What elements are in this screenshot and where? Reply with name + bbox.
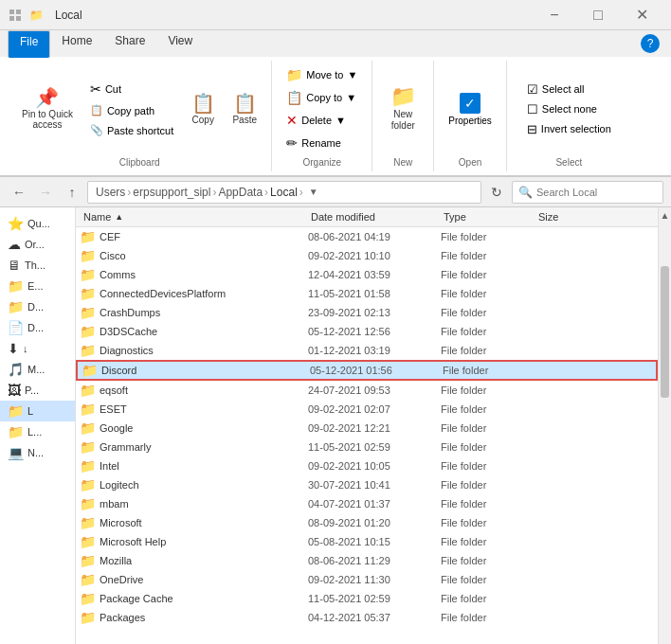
table-row[interactable]: 📁 Discord 05-12-2021 01:56 File folder (76, 360, 658, 381)
minimize-button[interactable]: − (533, 0, 576, 30)
sidebar-item-quick[interactable]: ⭐ Qu... (0, 213, 75, 234)
folder-icon: 📁 (80, 591, 96, 606)
file-type: File folder (441, 385, 535, 396)
table-row[interactable]: 📁 Grammarly 11-05-2021 02:59 File folder (76, 438, 658, 456)
file-date: 11-05-2021 02:59 (308, 593, 441, 604)
sidebar-item-onedrive[interactable]: ☁ Or... (0, 234, 75, 255)
help-button[interactable]: ? (641, 34, 660, 53)
copy-button[interactable]: 📋 Copy (184, 89, 222, 130)
folder-icon: 📁 (80, 248, 96, 263)
tab-file[interactable]: File (8, 30, 50, 58)
address-path[interactable]: Users › erpsupport_sipl › AppData › Loca… (87, 181, 481, 204)
table-row[interactable]: 📁 Mozilla 08-06-2021 11:29 File folder (76, 551, 658, 570)
table-row[interactable]: 📁 Cisco 09-02-2021 10:10 File folder (76, 246, 658, 265)
rename-button[interactable]: ✏ Rename (280, 133, 348, 153)
ribbon-content: 📌 Pin to Quick access ✂ Cut 📋 Copy path … (0, 57, 671, 176)
table-row[interactable]: 📁 mbam 04-07-2021 01:37 File folder (76, 494, 658, 513)
sidebar-item-d2[interactable]: 📄 D... (0, 317, 75, 338)
col-header-date[interactable]: Date modified (303, 209, 436, 224)
ribbon-tabs: File Home Share View ? (0, 30, 671, 57)
scroll-thumb[interactable] (661, 266, 669, 398)
refresh-button[interactable]: ↻ (485, 181, 508, 204)
sidebar-item-e[interactable]: 📁 E... (0, 276, 75, 296)
back-button[interactable]: ← (8, 181, 30, 204)
col-header-name[interactable]: Name ▲ (76, 209, 303, 224)
table-row[interactable]: 📁 ConnectedDevicesPlatform 11-05-2021 01… (76, 284, 658, 303)
table-row[interactable]: 📁 D3DSCache 05-12-2021 12:56 File folder (76, 322, 658, 341)
invert-selection-button[interactable]: ⊟ Invert selection (522, 120, 616, 138)
pin-icon: 📌 (35, 88, 59, 107)
scroll-track[interactable] (659, 223, 671, 644)
table-row[interactable]: 📁 eqsoft 24-07-2021 09:53 File folder (76, 381, 658, 400)
folder-icon: 📁 (80, 477, 96, 492)
new-folder-icon: 📁 (390, 86, 416, 107)
folder-icon: 📁 (80, 496, 96, 511)
tab-view[interactable]: View (156, 30, 204, 57)
folder-icon: 📁 (80, 553, 96, 568)
copy-path-button[interactable]: 📋 Copy path (83, 101, 180, 119)
scroll-up-button[interactable]: ▲ (659, 207, 671, 223)
table-row[interactable]: 📁 Google 09-02-2021 12:21 File folder (76, 419, 658, 438)
search-input[interactable] (536, 187, 657, 198)
file-date: 24-07-2021 09:53 (308, 385, 441, 396)
file-type: File folder (441, 555, 535, 566)
new-folder-button[interactable]: 📁 New folder (380, 81, 426, 136)
sidebar-item-local[interactable]: 📁 L (0, 401, 75, 421)
invert-icon: ⊟ (527, 122, 537, 136)
pin-to-quick-button[interactable]: 📌 Pin to Quick access (15, 83, 80, 134)
scrollbar[interactable]: ▲ ▼ (658, 207, 671, 644)
window-controls: − □ ✕ (533, 0, 663, 30)
file-type: File folder (441, 288, 535, 299)
paste-shortcut-button[interactable]: 📎 Paste shortcut (83, 121, 180, 139)
sidebar-item-pics[interactable]: 🖼 P... (0, 380, 75, 401)
move-to-button[interactable]: 📁 Move to ▼ (280, 64, 364, 85)
network-icon: 💻 (8, 445, 24, 460)
table-row[interactable]: 📁 Microsoft 08-09-2021 01:20 File folder (76, 513, 658, 532)
table-row[interactable]: 📁 Intel 09-02-2021 10:05 File folder (76, 456, 658, 475)
search-box[interactable]: 🔍 (512, 181, 663, 204)
svg-rect-2 (9, 16, 14, 21)
file-date: 09-02-2021 10:10 (308, 250, 441, 261)
file-name: ConnectedDevicesPlatform (100, 288, 308, 299)
tab-home[interactable]: Home (50, 30, 103, 57)
sidebar-item-music[interactable]: 🎵 M... (0, 359, 75, 380)
file-type: File folder (441, 422, 535, 434)
onedrive-icon: ☁ (8, 237, 21, 252)
table-row[interactable]: 📁 OneDrive 09-02-2021 11:30 File folder (76, 570, 658, 589)
delete-button[interactable]: ✕ Delete ▼ (280, 110, 353, 131)
folder-icon: 📁 (80, 267, 96, 282)
copy-to-button[interactable]: 📋 Copy to ▼ (280, 87, 363, 108)
table-row[interactable]: 📁 Packages 04-12-2021 05:37 File folder (76, 608, 658, 627)
cut-button[interactable]: ✂ Cut (83, 79, 180, 99)
sidebar-item-down[interactable]: ⬇ ↓ (0, 338, 75, 359)
table-row[interactable]: 📁 Package Cache 11-05-2021 02:59 File fo… (76, 589, 658, 608)
sidebar-item-l2[interactable]: 📁 L... (0, 421, 75, 442)
table-row[interactable]: 📁 CEF 08-06-2021 04:19 File folder (76, 227, 658, 246)
tab-share[interactable]: Share (103, 30, 156, 57)
up-button[interactable]: ↑ (61, 181, 83, 204)
table-row[interactable]: 📁 Logitech 30-07-2021 10:41 File folder (76, 475, 658, 494)
properties-button[interactable]: ✓ Properties (442, 88, 499, 131)
col-header-size[interactable]: Size (531, 209, 607, 224)
table-row[interactable]: 📁 Comms 12-04-2021 03:59 File folder (76, 265, 658, 284)
paste-button[interactable]: 📋 Paste (226, 89, 263, 130)
table-row[interactable]: 📁 Diagnostics 01-12-2021 03:19 File fold… (76, 341, 658, 360)
maximize-button[interactable]: □ (576, 0, 620, 30)
file-type: File folder (441, 326, 535, 337)
close-button[interactable]: ✕ (620, 0, 663, 30)
file-name: Logitech (100, 479, 308, 491)
sidebar-item-network[interactable]: 💻 N... (0, 442, 75, 463)
table-row[interactable]: 📁 CrashDumps 23-09-2021 02:13 File folde… (76, 303, 658, 322)
sidebar-item-d[interactable]: 📁 D... (0, 296, 75, 317)
select-all-button[interactable]: ☑ Select all (522, 80, 616, 98)
select-none-button[interactable]: ☐ Select none (522, 100, 616, 118)
breadcrumb-erpsupport: erpsupport_sipl (133, 186, 210, 199)
file-date: 09-02-2021 12:21 (308, 422, 441, 434)
col-header-type[interactable]: Type (436, 209, 531, 224)
breadcrumb-users: Users (96, 186, 125, 199)
sidebar-item-thispc[interactable]: 🖥 Th... (0, 255, 75, 276)
table-row[interactable]: 📁 ESET 09-02-2021 02:07 File folder (76, 400, 658, 419)
table-row[interactable]: 📁 Microsoft Help 05-08-2021 10:15 File f… (76, 532, 658, 551)
forward-button[interactable]: → (34, 181, 57, 204)
copy-to-arrow: ▼ (346, 92, 356, 103)
